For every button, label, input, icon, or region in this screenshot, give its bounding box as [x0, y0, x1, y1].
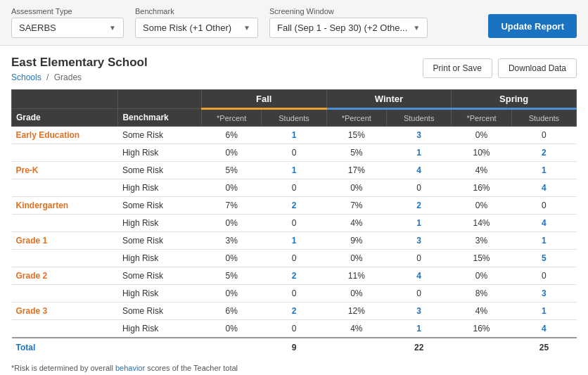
title-breadcrumb: East Elementary School Schools / Grades	[11, 56, 148, 82]
cell-fall-students[interactable]: 2	[262, 303, 326, 320]
cell-winter-students[interactable]: 1	[387, 215, 452, 232]
cell-benchmark: High Risk	[118, 250, 201, 267]
cell-winter-students[interactable]: 3	[387, 232, 452, 250]
cell-spring-pct: 14%	[452, 215, 512, 232]
col-benchmark-label: Benchmark	[118, 109, 201, 127]
col-fall-stu-label: Students	[262, 109, 326, 127]
download-data-button[interactable]: Download Data	[498, 58, 577, 78]
total-fall-val: 9	[262, 338, 326, 357]
cell-spring-pct: 3%	[452, 232, 512, 250]
cell-grade	[12, 179, 118, 197]
cell-winter-students[interactable]: 4	[387, 162, 452, 179]
cell-winter-students[interactable]: 1	[387, 320, 452, 338]
assessment-select[interactable]: SAERBS ▼	[11, 18, 124, 38]
cell-benchmark: Some Risk	[118, 303, 201, 320]
benchmark-filter-group: Benchmark Some Risk (+1 Other) ▼	[135, 7, 258, 38]
cell-spring-students[interactable]: 1	[511, 162, 576, 179]
benchmark-select[interactable]: Some Risk (+1 Other) ▼	[135, 18, 258, 38]
total-row: Total 9 22 25	[12, 338, 577, 357]
cell-benchmark: Some Risk	[118, 197, 201, 215]
cell-fall-students[interactable]: 1	[262, 162, 326, 179]
header-row: East Elementary School Schools / Grades …	[11, 56, 577, 82]
cell-spring-students: 0	[511, 267, 576, 285]
cell-fall-pct: 0%	[201, 215, 262, 232]
assessment-chevron-icon: ▼	[109, 24, 116, 32]
cell-benchmark: High Risk	[118, 144, 201, 162]
cell-fall-students[interactable]: 2	[262, 267, 326, 285]
cell-spring-students[interactable]: 4	[511, 215, 576, 232]
cell-benchmark: Some Risk	[118, 127, 201, 144]
cell-benchmark: High Risk	[118, 215, 201, 232]
cell-spring-pct: 10%	[452, 144, 512, 162]
cell-winter-students[interactable]: 2	[387, 197, 452, 215]
cell-winter-pct: 11%	[326, 267, 387, 285]
cell-fall-pct: 0%	[201, 144, 262, 162]
breadcrumb-schools[interactable]: Schools	[11, 72, 41, 82]
cell-benchmark: High Risk	[118, 320, 201, 338]
cell-spring-pct: 0%	[452, 127, 512, 144]
cell-winter-pct: 4%	[326, 320, 387, 338]
footnote-suffix: scores of the Teacher total	[145, 364, 238, 372]
cell-spring-students[interactable]: 2	[511, 144, 576, 162]
total-fall-blank	[201, 338, 262, 357]
cell-fall-students[interactable]: 2	[262, 197, 326, 215]
content: East Elementary School Schools / Grades …	[0, 46, 588, 375]
breadcrumb-grades: Grades	[54, 72, 82, 82]
cell-grade[interactable]: Grade 1	[12, 232, 118, 250]
update-report-button[interactable]: Update Report	[488, 14, 577, 38]
cell-grade	[12, 215, 118, 232]
table-row: High Risk0%04%116%4	[12, 320, 577, 338]
cell-winter-pct: 5%	[326, 144, 387, 162]
cell-benchmark: High Risk	[118, 179, 201, 197]
school-title: East Elementary School	[11, 56, 148, 70]
table-row: Grade 2Some Risk5%211%40%0	[12, 267, 577, 285]
cell-fall-pct: 6%	[201, 127, 262, 144]
cell-winter-students[interactable]: 3	[387, 127, 452, 144]
col-spring-stu-label: Students	[511, 109, 576, 127]
cell-winter-students[interactable]: 1	[387, 144, 452, 162]
cell-fall-students[interactable]: 1	[262, 127, 326, 144]
print-save-button[interactable]: Print or Save	[423, 58, 492, 78]
cell-winter-students: 0	[387, 285, 452, 303]
cell-fall-pct: 0%	[201, 250, 262, 267]
cell-spring-students[interactable]: 4	[511, 320, 576, 338]
col-fall-header: Fall	[201, 90, 326, 109]
cell-grade[interactable]: Kindergarten	[12, 197, 118, 215]
cell-winter-pct: 0%	[326, 179, 387, 197]
cell-grade[interactable]: Pre-K	[12, 162, 118, 179]
footnote-highlight: behavior	[115, 364, 145, 372]
cell-winter-pct: 9%	[326, 232, 387, 250]
cell-spring-students[interactable]: 3	[511, 285, 576, 303]
cell-fall-students: 0	[262, 320, 326, 338]
cell-fall-students: 0	[262, 215, 326, 232]
cell-grade[interactable]: Grade 3	[12, 303, 118, 320]
cell-fall-students[interactable]: 1	[262, 232, 326, 250]
col-grade-header-top	[12, 90, 118, 109]
breadcrumb-separator: /	[46, 72, 49, 82]
table-row: High Risk0%04%114%4	[12, 215, 577, 232]
cell-grade[interactable]: Grade 2	[12, 267, 118, 285]
table-row: Pre-KSome Risk5%117%44%1	[12, 162, 577, 179]
cell-benchmark: Some Risk	[118, 162, 201, 179]
benchmark-value: Some Risk (+1 Other)	[143, 23, 231, 33]
cell-spring-pct: 4%	[452, 162, 512, 179]
window-select[interactable]: Fall (Sep 1 - Sep 30) (+2 Othe... ▼	[269, 18, 428, 38]
cell-fall-pct: 3%	[201, 232, 262, 250]
cell-spring-students[interactable]: 1	[511, 303, 576, 320]
action-buttons: Print or Save Download Data	[423, 58, 577, 78]
cell-fall-pct: 7%	[201, 197, 262, 215]
cell-winter-pct: 0%	[326, 250, 387, 267]
table-row: Grade 1Some Risk3%19%33%1	[12, 232, 577, 250]
cell-spring-students[interactable]: 4	[511, 179, 576, 197]
table-row: High Risk0%05%110%2	[12, 144, 577, 162]
cell-grade	[12, 250, 118, 267]
footnote-prefix: *Risk is determined by overall	[11, 364, 115, 372]
cell-winter-students[interactable]: 4	[387, 267, 452, 285]
cell-grade[interactable]: Early Education	[12, 127, 118, 144]
cell-fall-pct: 5%	[201, 267, 262, 285]
cell-winter-students[interactable]: 3	[387, 303, 452, 320]
table-row: High Risk0%00%016%4	[12, 179, 577, 197]
cell-spring-students[interactable]: 1	[511, 232, 576, 250]
cell-grade	[12, 285, 118, 303]
cell-spring-students[interactable]: 5	[511, 250, 576, 267]
